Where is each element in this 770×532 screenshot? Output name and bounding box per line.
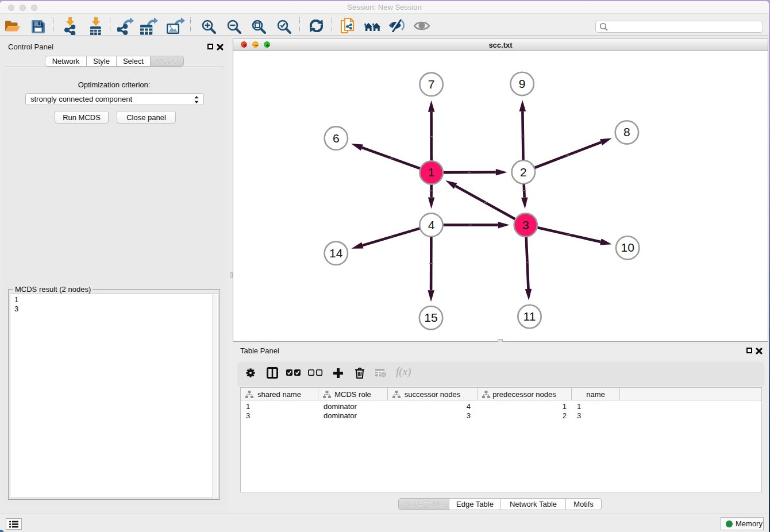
svg-text:8: 8 <box>623 125 630 138</box>
svg-text:4: 4 <box>428 218 435 232</box>
svg-text:6: 6 <box>333 132 340 145</box>
svg-text:11: 11 <box>523 310 536 323</box>
svg-text:15: 15 <box>424 311 437 324</box>
svg-text:14: 14 <box>329 246 343 260</box>
svg-text:1: 1 <box>428 165 435 179</box>
svg-text:10: 10 <box>621 241 634 254</box>
svg-text:9: 9 <box>519 77 526 90</box>
svg-text:7: 7 <box>428 78 435 91</box>
svg-text:3: 3 <box>522 218 529 232</box>
svg-text:2: 2 <box>520 165 527 179</box>
